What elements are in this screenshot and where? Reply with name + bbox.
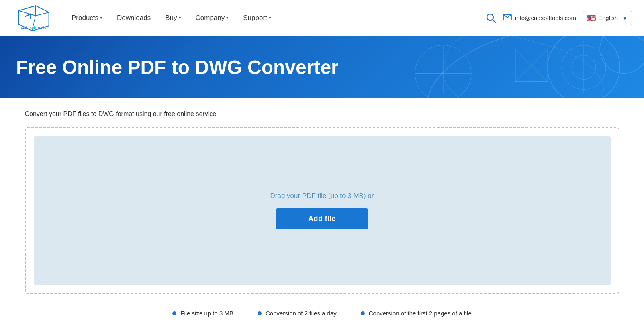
feature-label-2: Conversion of the first 2 pages of a fil… xyxy=(369,310,472,317)
hero-title: Free Online PDF to DWG Converter xyxy=(16,56,339,78)
hero-banner: Free Online PDF to DWG Converter xyxy=(0,36,644,98)
svg-rect-21 xyxy=(515,49,548,82)
main-content: Convert your PDF files to DWG format usi… xyxy=(9,98,636,323)
language-selector[interactable]: 🇺🇸 English ▼ xyxy=(583,11,632,25)
email-icon xyxy=(503,13,512,22)
svg-point-12 xyxy=(548,36,620,98)
svg-line-23 xyxy=(515,49,548,82)
svg-point-14 xyxy=(572,55,596,80)
dropzone-inner[interactable]: Drag your PDF file (up to 3 MB) or Add f… xyxy=(34,136,611,285)
dropzone-outer[interactable]: Drag your PDF file (up to 3 MB) or Add f… xyxy=(25,127,619,294)
feature-label-0: File size up to 3 MB xyxy=(180,310,233,317)
nav-products[interactable]: Products ▾ xyxy=(64,14,110,22)
language-flag: 🇺🇸 xyxy=(587,14,596,22)
email-link[interactable]: info@cadsofttools.com xyxy=(503,13,576,22)
company-chevron-icon: ▾ xyxy=(226,15,229,20)
features-row: File size up to 3 MB Conversion of 2 fil… xyxy=(25,306,619,323)
nav-downloads[interactable]: Downloads xyxy=(110,14,158,22)
feature-item-0: File size up to 3 MB xyxy=(172,310,233,317)
main-nav: Products ▾ Downloads Buy ▾ Company ▾ Sup… xyxy=(64,14,485,22)
svg-text:Tools: Tools xyxy=(37,25,46,29)
nav-support[interactable]: Support ▾ xyxy=(236,14,278,22)
products-chevron-icon: ▾ xyxy=(100,15,102,20)
svg-text:Cad: Cad xyxy=(21,25,27,29)
header-right: info@cadsofttools.com 🇺🇸 English ▼ xyxy=(485,11,632,25)
feature-bullet-0 xyxy=(172,311,176,315)
language-chevron-icon: ▼ xyxy=(622,15,628,21)
feature-bullet-2 xyxy=(361,311,365,315)
svg-line-4 xyxy=(35,12,49,15)
svg-text:Soft: Soft xyxy=(29,25,36,29)
svg-line-2 xyxy=(19,10,36,15)
description-text: Convert your PDF files to DWG format usi… xyxy=(25,110,619,118)
logo-link[interactable]: Cad Soft Tools xyxy=(12,4,52,32)
language-label: English xyxy=(598,14,618,21)
logo-image: Cad Soft Tools xyxy=(12,4,52,32)
feature-item-1: Conversion of 2 files a day xyxy=(258,310,337,317)
nav-company[interactable]: Company ▾ xyxy=(188,14,236,22)
svg-point-17 xyxy=(600,36,644,74)
drag-text: Drag your PDF file (up to 3 MB) or xyxy=(270,192,374,200)
feature-item-2: Conversion of the first 2 pages of a fil… xyxy=(361,310,472,317)
search-button[interactable] xyxy=(485,12,497,24)
svg-point-9 xyxy=(487,14,493,20)
add-file-button[interactable]: Add file xyxy=(276,208,368,229)
feature-bullet-1 xyxy=(258,311,262,315)
support-chevron-icon: ▾ xyxy=(269,15,271,20)
svg-line-22 xyxy=(515,49,548,82)
feature-label-1: Conversion of 2 files a day xyxy=(266,310,337,317)
svg-point-13 xyxy=(562,45,606,90)
site-header: Cad Soft Tools Products ▾ Downloads Buy … xyxy=(0,0,644,36)
svg-line-10 xyxy=(493,20,495,22)
svg-point-18 xyxy=(415,45,471,99)
search-icon xyxy=(485,12,497,24)
nav-buy[interactable]: Buy ▾ xyxy=(158,14,188,22)
buy-chevron-icon: ▾ xyxy=(179,15,181,20)
